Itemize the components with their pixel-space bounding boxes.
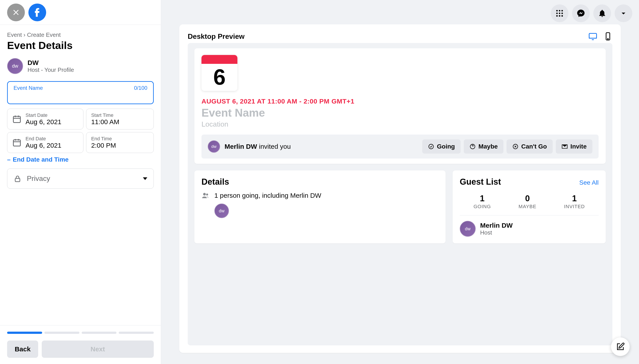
grid-icon <box>555 9 564 18</box>
host-row[interactable]: dw DW Host - Your Profile <box>7 58 154 74</box>
compose-fab[interactable] <box>611 338 630 356</box>
bell-icon <box>598 9 607 18</box>
sidebar-header <box>0 0 161 25</box>
desktop-preview-button[interactable] <box>588 32 597 41</box>
start-date-label: Start Date <box>26 112 62 118</box>
privacy-select[interactable]: Privacy <box>7 168 154 189</box>
event-name-field[interactable]: Event Name 0/100 <box>7 81 154 104</box>
messenger-icon <box>576 9 585 18</box>
invite-text: Merlin DW invited you <box>224 143 418 150</box>
svg-point-15 <box>429 144 434 149</box>
privacy-label: Privacy <box>27 174 138 183</box>
invite-button[interactable]: Invite <box>556 140 592 154</box>
guest-avatar: dw <box>460 221 476 237</box>
svg-point-19 <box>206 194 208 196</box>
host-avatar: dw <box>7 58 23 74</box>
end-time-label: End Time <box>91 136 116 142</box>
facebook-logo[interactable] <box>29 4 46 21</box>
main: Desktop Preview 6 AUGUST 6, 2021 AT 11:0… <box>161 0 639 364</box>
lock-icon <box>14 175 22 183</box>
calendar-day: 6 <box>201 64 237 90</box>
progress-step-1 <box>7 332 42 334</box>
event-name-input[interactable] <box>14 92 147 100</box>
stat-maybe-num: 0 <box>518 194 536 203</box>
breadcrumb-sep: › <box>24 32 26 38</box>
svg-point-4 <box>559 10 560 12</box>
guest-list-heading: Guest List <box>460 177 501 187</box>
svg-rect-0 <box>13 116 21 122</box>
details-heading: Details <box>201 177 438 187</box>
svg-point-10 <box>559 15 560 17</box>
progress-step-4 <box>119 332 154 334</box>
host-name: DW <box>28 59 74 66</box>
attendee-avatar[interactable]: dw <box>214 204 229 218</box>
event-name-label: Event Name <box>14 85 43 91</box>
start-time-label: Start Time <box>91 112 119 118</box>
guest-name: Merlin DW <box>480 222 513 229</box>
menu-grid-button[interactable] <box>551 4 568 22</box>
preview-title: Desktop Preview <box>188 32 244 40</box>
stat-going-label: GOING <box>473 204 491 210</box>
preview-card: Desktop Preview 6 AUGUST 6, 2021 AT 11:0… <box>179 24 621 353</box>
next-button[interactable]: Next <box>42 340 154 358</box>
start-time-field[interactable]: Start Time 11:00 AM <box>86 108 154 130</box>
envelope-icon <box>562 144 568 150</box>
invite-bar: dw Merlin DW invited you Going <box>201 134 599 158</box>
end-time-value: 2:00 PM <box>91 142 116 149</box>
chevron-down-icon <box>619 9 628 18</box>
stat-maybe-label: MAYBE <box>518 204 536 210</box>
end-time-field[interactable]: End Time 2:00 PM <box>86 132 154 153</box>
sidebar-footer: Back Next <box>0 325 161 364</box>
stat-invited-num: 1 <box>564 194 585 203</box>
top-nav <box>551 4 632 22</box>
see-all-link[interactable]: See All <box>579 179 599 186</box>
start-date-field[interactable]: Start Date Aug 6, 2021 <box>7 108 83 130</box>
close-button[interactable] <box>7 4 25 21</box>
account-menu-button[interactable] <box>614 4 632 22</box>
stat-maybe[interactable]: 0 MAYBE <box>518 194 536 210</box>
maybe-button[interactable]: Maybe <box>464 140 503 154</box>
svg-rect-2 <box>15 178 20 182</box>
event-location-preview: Location <box>201 120 599 128</box>
back-button[interactable]: Back <box>7 340 38 358</box>
going-button[interactable]: Going <box>422 140 461 154</box>
x-circle-icon <box>512 144 518 150</box>
stat-invited-label: INVITED <box>564 204 585 210</box>
host-subtitle: Host - Your Profile <box>28 66 74 74</box>
event-name-counter: 0/100 <box>134 85 147 91</box>
preview-viewport: 6 AUGUST 6, 2021 AT 11:00 AM - 2:00 PM G… <box>188 43 612 346</box>
breadcrumb: Event › Create Event <box>7 32 154 38</box>
remove-end-date-button[interactable]: – End Date and Time <box>7 156 154 163</box>
going-count-text: 1 person going, including Merlin DW <box>214 192 321 199</box>
calendar-badge: 6 <box>201 55 237 91</box>
mobile-preview-button[interactable] <box>603 32 612 41</box>
sidebar: Event › Create Event Event Details dw DW… <box>0 0 161 364</box>
guest-list-card: Guest List See All 1 GOING 0 MAYBE <box>453 170 606 244</box>
end-date-field[interactable]: End Date Aug 6, 2021 <box>7 132 83 153</box>
notifications-button[interactable] <box>593 4 611 22</box>
svg-point-9 <box>556 15 558 17</box>
question-circle-icon <box>469 144 476 150</box>
close-icon <box>12 8 21 17</box>
stat-invited[interactable]: 1 INVITED <box>564 194 585 210</box>
breadcrumb-current[interactable]: Create Event <box>27 32 61 38</box>
inviter-avatar: dw <box>208 140 220 153</box>
invite-label: Invite <box>570 143 587 150</box>
end-date-label: End Date <box>26 136 62 142</box>
guest-row[interactable]: dw Merlin DW Host <box>460 221 599 237</box>
details-card: Details 1 person going, including Merlin… <box>194 170 446 244</box>
svg-rect-1 <box>13 140 21 146</box>
breadcrumb-root[interactable]: Event <box>7 32 22 38</box>
svg-point-11 <box>561 15 563 17</box>
calendar-icon <box>12 114 22 124</box>
facebook-icon <box>32 7 43 18</box>
page-title: Event Details <box>7 39 154 52</box>
going-label: Going <box>437 143 455 150</box>
event-date-line: AUGUST 6, 2021 AT 11:00 AM - 2:00 PM GMT… <box>201 98 599 105</box>
messenger-button[interactable] <box>572 4 590 22</box>
stat-going[interactable]: 1 GOING <box>473 194 491 210</box>
svg-point-8 <box>561 13 563 14</box>
progress-step-3 <box>82 332 117 334</box>
cant-go-button[interactable]: Can't Go <box>507 140 553 154</box>
guest-role: Host <box>480 229 513 236</box>
